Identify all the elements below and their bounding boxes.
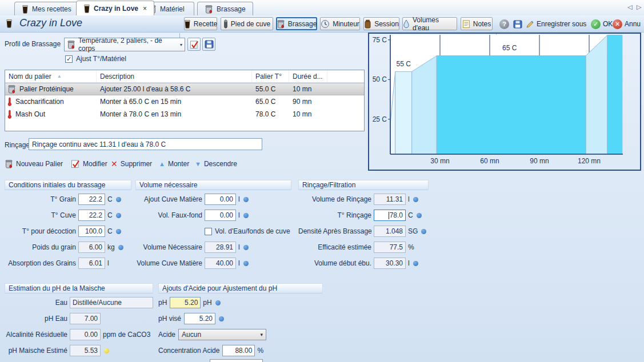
blue-dot-icon [215, 300, 221, 305]
step-duration: 10 mn [289, 110, 327, 118]
field-alcalinit-r-siduelle: Alcalinité Résiduelle 0.00 ppm de CaCO3 [5, 329, 153, 340]
field-unit: C [408, 211, 413, 219]
section-conditions-initiales-du-brassage: Conditions initiales du brassage T° Grai… [5, 180, 131, 273]
tab-mes-recettes[interactable]: Mes recettes [14, 2, 79, 15]
field-acide: Acide Aucun ▾ [158, 329, 323, 340]
svg-text:75 C: 75 C [373, 36, 387, 44]
vol-d-eau-fonds-de-cuve-checkbox[interactable] [205, 228, 212, 235]
button-label: Pied de cuve [231, 20, 270, 28]
table-row[interactable]: Palier Protéinique Ajouter 25.00 l d'eau… [5, 83, 364, 95]
checkbox-label: Vol. d'Eau/fonds de cuve [215, 227, 290, 235]
svg-text:90 mn: 90 mn [530, 157, 549, 165]
field-value: 88.00 [235, 347, 252, 355]
field-ph-maische-estim: pH Maische Estimé 5.53 [5, 345, 153, 356]
acide-select[interactable]: Aucun ▾ [178, 329, 266, 340]
field-label: T° pour décoction [5, 227, 76, 235]
field-label: Eau [5, 299, 67, 307]
action-supprimer[interactable]: ✕Supprimer [111, 158, 152, 170]
toolbar-link-ok[interactable]: ✓OK [591, 18, 615, 30]
ph-maische-estim-field: 5.53 [70, 345, 101, 356]
step-temp: 65.0 C [252, 98, 289, 106]
tab-close-icon[interactable]: × [143, 5, 147, 13]
toolbar-link-annu[interactable]: ✕Annu [613, 18, 644, 30]
blue-dot-icon [243, 245, 249, 250]
action-nouveau-palier[interactable]: Nouveau Palier [5, 158, 63, 170]
field-unit: C [107, 195, 113, 203]
ph-field[interactable]: 5.20 [170, 297, 201, 308]
field-unit: C [107, 227, 113, 235]
t-cuve-field[interactable]: 22.2 [78, 210, 105, 221]
field-value: 77.5 [390, 243, 403, 251]
ok-icon: ✓ [591, 19, 601, 29]
tab-scroll-right-icon[interactable]: ▷ [637, 3, 641, 11]
svg-text:30 mn: 30 mn [430, 157, 449, 165]
table-row[interactable]: Saccharification Monter à 65.0 C en 15 m… [5, 95, 364, 108]
mash-profile-chart: 25 C50 C75 C30 mn60 mn90 mn120 mn55 C65 … [368, 33, 641, 171]
field-value: 22.2 [89, 211, 102, 219]
selected-value: Aucun [182, 331, 201, 339]
toolbar-link-enregistrer-sous[interactable]: Enregistrer sous [526, 18, 590, 30]
column-header-nom[interactable]: Nom du palier▲ [5, 70, 97, 82]
help-icon[interactable]: ? [499, 19, 509, 29]
toolbar-link-help[interactable]: ? [499, 18, 511, 30]
field-ph-eau: pH Eau 7.00 [5, 313, 153, 324]
brew-profile-select[interactable]: Température, 2 paliers, - de corps ▾ [64, 38, 185, 51]
profile-save-button[interactable] [202, 38, 215, 51]
field-unit: % [257, 347, 263, 355]
action-monter[interactable]: ▲Monter [159, 158, 189, 170]
tab-label: Mes recettes [32, 5, 71, 13]
field-label: Volume de Rinçage [298, 195, 371, 203]
action-label: Descendre [204, 160, 237, 168]
densit-apr-s-brassage-field: 1.048 [374, 226, 406, 237]
column-header-description[interactable]: Description [97, 70, 252, 82]
chevron-down-icon: ▾ [261, 332, 263, 337]
step-description: Monter à 65.0 C en 15 min [97, 98, 252, 106]
table-row[interactable]: Mash Out Monter à 78.0 C en 13 min 78.0 … [5, 108, 364, 120]
tab-brassage[interactable]: Brassage [197, 2, 253, 15]
ph-vis-field[interactable]: 5.20 [184, 313, 215, 324]
action-descendre[interactable]: ▼Descendre [195, 158, 237, 170]
profile-apply-button[interactable] [187, 38, 201, 51]
toolbar-button-session[interactable]: Session [363, 17, 399, 30]
kettle-red-icon [7, 85, 16, 94]
field-value: 30.30 [386, 259, 403, 267]
field-unit: l [238, 211, 240, 219]
toolbar-button-minuteur[interactable]: Minuteur [320, 17, 360, 30]
t-grain-field[interactable]: 22.2 [78, 194, 105, 205]
tab-crazy-in-love[interactable]: Crazy in Love× [76, 1, 154, 15]
field-label: T° Rinçage [298, 211, 371, 219]
field-label: Efficacité estimée [298, 243, 371, 251]
yellow-dot-icon [104, 348, 109, 353]
edit-check-icon [190, 40, 199, 49]
adjust-temp-checkbox[interactable]: ✓ [65, 55, 73, 63]
toolbar-button-notes[interactable]: Notes [461, 17, 493, 30]
tab-scroll-left-icon[interactable]: ◁ [627, 3, 632, 11]
concentration-acide-field[interactable]: 88.00 [222, 345, 255, 356]
ajout-cuve-mati-re-field[interactable]: 0.00 [205, 194, 236, 205]
action-label: Monter [168, 160, 189, 168]
toolbar-link-floppy[interactable] [513, 18, 525, 30]
toolbar-button-brassage[interactable]: Brassage [276, 17, 317, 30]
toolbar-button-pied-de-cuve[interactable]: Pied de cuve [221, 17, 273, 30]
blue-dot-icon [116, 213, 121, 218]
rincage-input[interactable]: Rinçage continu avec 11.31 l d'eau à 78.… [29, 138, 262, 150]
vol-faux-fond-field[interactable]: 0.00 [205, 210, 236, 221]
field-value: 78.0 [390, 211, 403, 219]
t-rin-age-field[interactable]: 78.0 [374, 210, 406, 221]
toolbar-button-volumes-d-eau[interactable]: Volumes d'eau [402, 17, 457, 30]
action-modifier[interactable]: Modifier [71, 158, 107, 170]
field-absorption-des-grains: Absorption des Grains 6.01 l [5, 258, 131, 269]
field-volume-d-but-bu: Volume début ébu. 30.30 l [298, 258, 429, 269]
partial-input[interactable] [210, 359, 263, 362]
t-pour-d-coction-field[interactable]: 100.0 [78, 226, 105, 237]
volume-de-rin-age-field: 11.31 [374, 194, 406, 205]
svg-text:55 C: 55 C [397, 60, 411, 68]
field-label: Acide [158, 331, 175, 339]
column-header-duree[interactable]: Durée d... [289, 70, 327, 82]
field-value: 0.00 [85, 331, 98, 339]
field-label: T° Grain [5, 195, 76, 203]
toolbar-button-recette[interactable]: Recette [184, 17, 217, 30]
column-header-palier[interactable]: Palier T° [252, 70, 289, 82]
svg-text:65 C: 65 C [502, 44, 517, 52]
blue-dot-icon [116, 229, 121, 234]
